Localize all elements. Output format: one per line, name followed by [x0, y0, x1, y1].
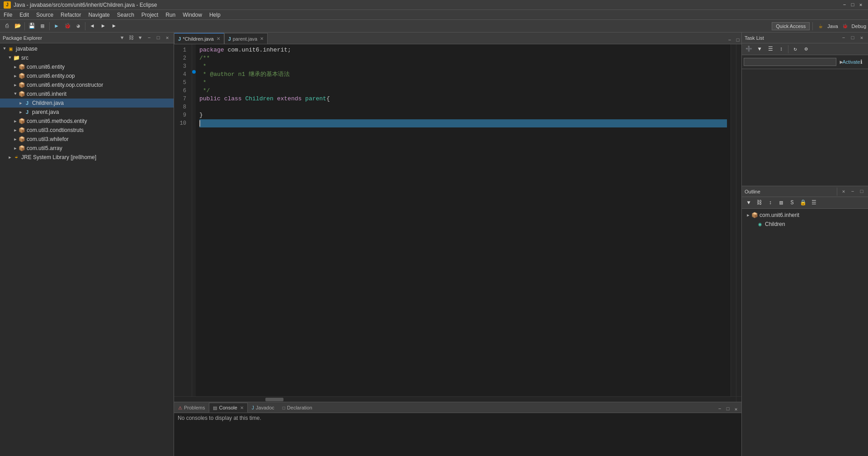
- tree-item-pkg-methods-entity[interactable]: ▶ 📦 com.unit6.methods.entity: [0, 117, 174, 126]
- bottom-panel-minimize[interactable]: −: [716, 405, 723, 413]
- menu-window[interactable]: Window: [179, 11, 206, 19]
- close-button[interactable]: ✕: [857, 1, 864, 9]
- package-explorer-collapse-all[interactable]: ▼: [118, 34, 126, 42]
- tree-item-pkg-inherit[interactable]: ▼ 📦 com.unit6.inherit: [0, 89, 174, 99]
- package-explorer-link[interactable]: ⛓: [127, 34, 135, 42]
- bottom-panel-maximize[interactable]: □: [724, 405, 731, 413]
- editor-tab-parent[interactable]: J parent.java ✕: [224, 33, 268, 44]
- task-sort[interactable]: ↕: [776, 44, 786, 54]
- tree-toggle-src[interactable]: ▼: [7, 55, 13, 61]
- tree-toggle-children-java[interactable]: ▶: [18, 100, 24, 106]
- tree-toggle-javabase[interactable]: ▼: [2, 46, 7, 52]
- quick-access-button[interactable]: Quick Access: [772, 22, 810, 30]
- menu-run[interactable]: Run: [162, 11, 179, 19]
- outline-minimize[interactable]: −: [849, 188, 856, 195]
- task-list-maximize[interactable]: □: [849, 34, 856, 42]
- task-add[interactable]: ➕: [744, 44, 754, 54]
- tree-toggle-pkg-inherit[interactable]: ▼: [13, 91, 18, 97]
- task-list-close[interactable]: ✕: [858, 34, 865, 42]
- tree-item-pkg-whilefor[interactable]: ▶ 📦 com.util3.whilefor: [0, 135, 174, 144]
- tab-close-parent[interactable]: ✕: [260, 36, 264, 41]
- task-settings[interactable]: ⚙: [801, 44, 811, 54]
- package-explorer-view-menu[interactable]: ▼: [137, 34, 144, 42]
- tree-item-parent-java[interactable]: ▶ J parent.java: [0, 108, 174, 117]
- bottom-tab-javadoc[interactable]: J Javadoc: [248, 403, 278, 413]
- menu-file[interactable]: File: [0, 11, 16, 19]
- toolbar-run[interactable]: ▶: [52, 21, 61, 31]
- outline-link[interactable]: ⛓: [755, 198, 764, 208]
- tree-toggle-pkg-condtionstruts[interactable]: ▶: [13, 127, 18, 133]
- menu-help[interactable]: Help: [206, 11, 224, 19]
- toolbar-back[interactable]: ◄: [87, 21, 97, 31]
- menu-source[interactable]: Source: [33, 11, 57, 19]
- menu-project[interactable]: Project: [138, 11, 162, 19]
- tree-item-jre[interactable]: ▶ ☔ JRE System Library [jre8home]: [0, 153, 174, 162]
- window-controls[interactable]: − □ ✕: [841, 1, 864, 9]
- outline-categories[interactable]: ☰: [809, 198, 819, 208]
- toolbar-save-all[interactable]: ▤: [38, 21, 47, 31]
- tree-item-pkg-array[interactable]: ▶ 📦 com.util5.array: [0, 144, 174, 153]
- perspective-java-label[interactable]: Java: [827, 24, 838, 29]
- tree-item-src[interactable]: ▼ 📁 src: [0, 53, 174, 62]
- outline-item-class[interactable]: ◉ Children: [744, 220, 866, 229]
- perspective-debug-icon[interactable]: 🐞: [840, 21, 850, 31]
- hscroll-thumb[interactable]: [265, 398, 283, 401]
- toolbar-profile[interactable]: ◕: [73, 21, 83, 31]
- perspective-java-icon[interactable]: ☕: [816, 21, 826, 31]
- menu-refactor[interactable]: Refactor: [57, 11, 85, 19]
- tree-item-pkg-entity-oop[interactable]: ▶ 📦 com.unit6.entity.oop: [0, 71, 174, 80]
- tree-toggle-pkg-methods-entity[interactable]: ▶: [13, 118, 18, 124]
- outline-item-package[interactable]: ▶ 📦 com.unit6.inherit: [744, 211, 866, 220]
- bottom-panel-close[interactable]: ✕: [732, 405, 740, 413]
- editor-minimize[interactable]: −: [726, 37, 733, 44]
- tree-toggle-pkg-entity[interactable]: ▶: [13, 64, 18, 70]
- editor-hscrollbar[interactable]: [174, 396, 741, 402]
- tree-item-pkg-entity-oop-constructor[interactable]: ▶ 📦 com.unit6.entity.oop.constructor: [0, 80, 174, 89]
- menu-edit[interactable]: Edit: [16, 11, 33, 19]
- tree-item-pkg-condtionstruts[interactable]: ▶ 📦 com.util3.condtionstruts: [0, 126, 174, 135]
- restore-button[interactable]: □: [849, 1, 856, 9]
- editor-vscrollbar[interactable]: [736, 44, 741, 396]
- bottom-tab-console[interactable]: ▤ Console ✕: [209, 403, 247, 413]
- task-list-minimize[interactable]: −: [840, 34, 847, 42]
- task-group[interactable]: ☰: [765, 44, 775, 54]
- outline-toggle-package[interactable]: ▶: [745, 212, 751, 218]
- tree-toggle-pkg-entity-oop-constructor[interactable]: ▶: [13, 82, 18, 88]
- toolbar-open[interactable]: 📂: [13, 21, 23, 31]
- outline-close[interactable]: ✕: [840, 188, 847, 195]
- toolbar-next-edit[interactable]: ►: [109, 21, 119, 31]
- bottom-tab-problems[interactable]: ⚠ Problems: [174, 403, 209, 413]
- task-filter[interactable]: ▼: [755, 44, 764, 54]
- toolbar-forward[interactable]: ►: [98, 21, 108, 31]
- task-info[interactable]: ℹ: [856, 57, 866, 67]
- package-explorer-minimize[interactable]: −: [146, 34, 153, 42]
- tree-toggle-pkg-whilefor[interactable]: ▶: [13, 136, 18, 142]
- toolbar-debug[interactable]: 🐞: [62, 21, 72, 31]
- menu-navigate[interactable]: Navigate: [85, 11, 113, 19]
- tab-close-children[interactable]: ✕: [217, 36, 220, 41]
- tree-toggle-parent-java[interactable]: ▶: [18, 109, 24, 115]
- outline-sort[interactable]: ↕: [765, 198, 775, 208]
- task-search-input[interactable]: [744, 58, 836, 66]
- outline-maximize[interactable]: □: [858, 188, 865, 195]
- outline-hide-static[interactable]: S: [787, 198, 797, 208]
- bottom-tab-declaration[interactable]: □ Declaration: [278, 403, 316, 413]
- tree-item-children-java[interactable]: ▶ J Children.java: [0, 99, 174, 108]
- outline-collapse-all[interactable]: ▼: [744, 198, 754, 208]
- code-editor[interactable]: package com.unit6.inherit; /** * * @auth…: [196, 44, 731, 396]
- perspective-debug-label[interactable]: Debug: [852, 24, 866, 29]
- toolbar-new[interactable]: ⎙: [2, 21, 12, 31]
- tree-toggle-jre[interactable]: ▶: [7, 155, 13, 160]
- editor-maximize[interactable]: □: [734, 37, 741, 44]
- package-explorer-maximize[interactable]: □: [155, 34, 162, 42]
- task-refresh[interactable]: ↻: [790, 44, 800, 54]
- tree-toggle-pkg-array[interactable]: ▶: [13, 146, 18, 151]
- minimize-button[interactable]: −: [841, 1, 848, 9]
- tree-item-pkg-entity[interactable]: ▶ 📦 com.unit6.entity: [0, 62, 174, 71]
- menu-search[interactable]: Search: [113, 11, 138, 19]
- toolbar-save[interactable]: 💾: [27, 21, 37, 31]
- tree-item-javabase[interactable]: ▼ ▣ javabase: [0, 44, 174, 53]
- outline-hide-fields[interactable]: ▤: [776, 198, 786, 208]
- outline-hide-non-public[interactable]: 🔒: [798, 198, 808, 208]
- console-close[interactable]: ✕: [240, 405, 244, 410]
